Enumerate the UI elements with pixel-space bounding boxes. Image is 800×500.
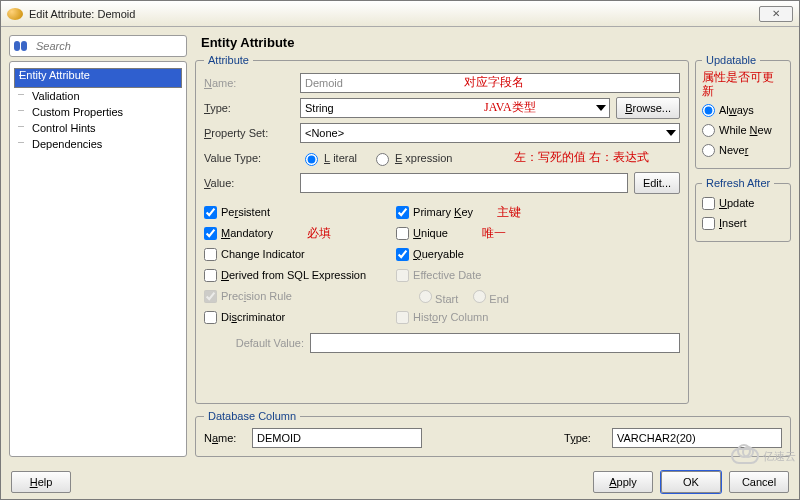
while-new-radio[interactable]: While New: [702, 120, 784, 140]
refresh-legend: Refresh After: [702, 177, 774, 189]
primary-key-check[interactable]: Primary Key主键: [396, 203, 521, 221]
default-value-input: [310, 333, 680, 353]
derived-sql-check[interactable]: Derived from SQL Expression: [204, 266, 366, 284]
persistent-check[interactable]: Persistent: [204, 203, 366, 221]
sidebar-item-control-hints[interactable]: Control Hints: [14, 120, 182, 136]
sidebar-item-dependencies[interactable]: Dependencies: [14, 136, 182, 152]
unique-check[interactable]: Unique唯一: [396, 224, 521, 242]
dialog-body: Entity Attribute Validation Custom Prope…: [1, 27, 799, 465]
button-bar: Help Apply OK Cancel: [1, 465, 799, 499]
db-name-label: Name:: [204, 432, 246, 444]
apply-button[interactable]: Apply: [593, 471, 653, 493]
watermark: 亿速云: [731, 448, 796, 464]
name-label: Name:: [204, 77, 294, 89]
always-radio[interactable]: Always: [702, 100, 784, 120]
db-type-label: Type:: [564, 432, 606, 444]
checks-right-col: Primary Key主键 Unique唯一 Queryable Effecti…: [396, 203, 521, 326]
cancel-button[interactable]: Cancel: [729, 471, 789, 493]
close-button[interactable]: ✕: [759, 6, 793, 22]
main-content: Entity Attribute Attribute Name: 对应字段名 T…: [195, 35, 791, 457]
edit-button[interactable]: Edit...: [634, 172, 680, 194]
effective-date-radios: StartEnd: [414, 287, 521, 305]
valuetype-radio-group: Literal Expression: [300, 150, 452, 166]
value-input[interactable]: [300, 173, 628, 193]
binoculars-icon: [14, 39, 30, 53]
default-value-label: Default Value:: [204, 337, 304, 349]
updatable-fieldset: Updatable 属性是否可更新 Always While New Never: [695, 54, 791, 169]
sidebar-item-validation[interactable]: Validation: [14, 88, 182, 104]
queryable-check[interactable]: Queryable: [396, 245, 521, 263]
sidebar: Entity Attribute Validation Custom Prope…: [9, 35, 187, 457]
browse-button[interactable]: Browse...: [616, 97, 680, 119]
sidebar-item-custom-properties[interactable]: Custom Properties: [14, 104, 182, 120]
right-column: Updatable 属性是否可更新 Always While New Never…: [695, 54, 791, 404]
expression-radio[interactable]: [376, 153, 389, 166]
attribute-legend: Attribute: [204, 54, 253, 66]
valuetype-label: Value Type:: [204, 152, 294, 164]
refresh-insert-check[interactable]: Insert: [702, 213, 784, 233]
propertyset-select[interactable]: <None>: [300, 123, 680, 143]
db-name-input[interactable]: [252, 428, 422, 448]
literal-radio-label[interactable]: Literal: [300, 150, 357, 166]
expression-radio-label[interactable]: Expression: [371, 150, 452, 166]
propertyset-label: Property Set:: [204, 127, 294, 139]
annotation-valuetype: 左：写死的值 右：表达式: [514, 149, 649, 166]
nav-tree: Entity Attribute Validation Custom Prope…: [9, 61, 187, 457]
history-column-check: History Column: [396, 308, 521, 326]
app-icon: [7, 8, 23, 20]
window-title: Edit Attribute: Demoid: [29, 8, 759, 20]
checks-left-col: Persistent Mandatory必填 Change Indicator …: [204, 203, 366, 326]
sidebar-item-entity-attribute[interactable]: Entity Attribute: [14, 68, 182, 88]
ok-button[interactable]: OK: [661, 471, 721, 493]
name-input: [300, 73, 680, 93]
never-radio[interactable]: Never: [702, 140, 784, 160]
db-legend: Database Column: [204, 410, 300, 422]
discriminator-check[interactable]: Discriminator: [204, 308, 366, 326]
value-label: Value:: [204, 177, 294, 189]
type-label: Type:: [204, 102, 294, 114]
updatable-legend: Updatable: [702, 54, 760, 66]
effective-date-check: Effective Date: [396, 266, 521, 284]
page-title: Entity Attribute: [201, 35, 791, 50]
help-button[interactable]: Help: [11, 471, 71, 493]
literal-radio[interactable]: [305, 153, 318, 166]
refresh-after-fieldset: Refresh After Update Insert: [695, 177, 791, 242]
titlebar: Edit Attribute: Demoid ✕: [1, 1, 799, 27]
search-field[interactable]: [9, 35, 187, 57]
precision-rule-check: Precision Rule: [204, 287, 366, 305]
mandatory-check[interactable]: Mandatory必填: [204, 224, 366, 242]
db-type-input[interactable]: [612, 428, 782, 448]
dialog-window: Edit Attribute: Demoid ✕ Entity Attribut…: [0, 0, 800, 500]
type-select[interactable]: String: [300, 98, 610, 118]
annotation-updatable: 属性是否可更新: [702, 70, 784, 98]
refresh-update-check[interactable]: Update: [702, 193, 784, 213]
search-input[interactable]: [34, 39, 182, 53]
database-column-fieldset: Database Column Name: Type:: [195, 410, 791, 457]
attribute-fieldset: Attribute Name: 对应字段名 Type: String Brows…: [195, 54, 689, 404]
change-indicator-check[interactable]: Change Indicator: [204, 245, 366, 263]
cloud-icon: [731, 448, 759, 464]
